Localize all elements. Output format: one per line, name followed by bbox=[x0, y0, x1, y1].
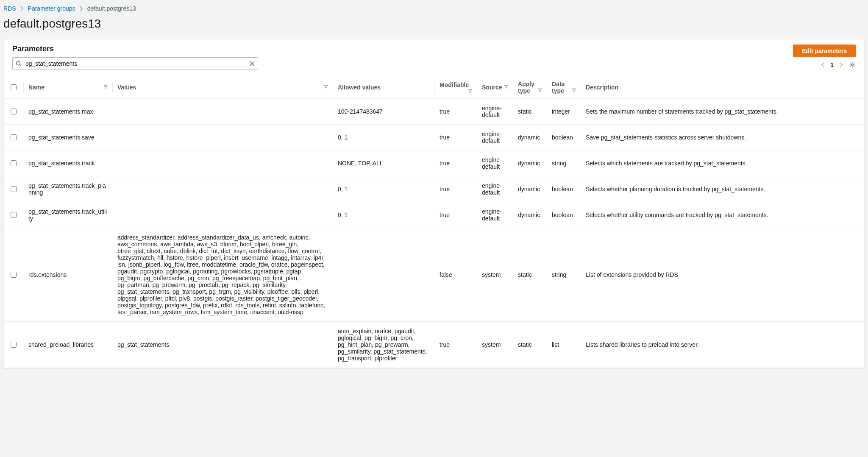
table-row: pg_stat_statements.track_utility0, 1true… bbox=[4, 202, 864, 228]
table-row: pg_stat_statements.max100-2147483647true… bbox=[4, 99, 864, 125]
search-input[interactable] bbox=[12, 57, 258, 70]
cell-apply-type: dynamic bbox=[513, 150, 547, 176]
cell-allowed: 100-2147483647 bbox=[333, 99, 434, 125]
column-header-modifiable[interactable]: Modifiable▽ bbox=[434, 76, 477, 99]
row-checkbox[interactable] bbox=[11, 186, 17, 192]
cell-modifiable: true bbox=[434, 125, 477, 150]
table-row: rds.extensionsaddress_standardizer, addr… bbox=[4, 228, 864, 322]
cell-source: engine-default bbox=[477, 176, 513, 202]
cell-apply-type: static bbox=[513, 322, 547, 368]
cell-data-type: integer bbox=[547, 99, 581, 125]
sort-icon: ▽ bbox=[324, 84, 328, 89]
cell-values bbox=[112, 125, 333, 150]
cell-name: rds.extensions bbox=[23, 228, 112, 322]
cell-allowed: auto_explain, orafce, pgaudit, pglogical… bbox=[333, 322, 434, 368]
page-next-icon bbox=[840, 62, 843, 67]
svg-point-0 bbox=[851, 64, 853, 66]
cell-data-type: string bbox=[547, 228, 581, 322]
page-title: default.postgres13 bbox=[3, 17, 865, 31]
cell-modifiable: true bbox=[434, 176, 477, 202]
select-all-checkbox[interactable] bbox=[11, 84, 17, 90]
column-header-source[interactable]: Source▽ bbox=[477, 76, 513, 99]
column-header-data-type[interactable]: Data type▽ bbox=[547, 76, 581, 99]
cell-values bbox=[112, 99, 333, 125]
cell-name: shared_preload_libraries bbox=[23, 322, 112, 368]
cell-values bbox=[112, 150, 333, 176]
parameters-table: Name▽ Values▽ Allowed values Modifiable▽… bbox=[4, 76, 864, 368]
cell-name: pg_stat_statements.track bbox=[23, 150, 112, 176]
gear-icon[interactable] bbox=[849, 61, 856, 68]
cell-allowed: 0, 1 bbox=[333, 202, 434, 228]
cell-allowed: NONE, TOP, ALL bbox=[333, 150, 434, 176]
cell-description: Sets the maximum number of statements tr… bbox=[581, 99, 864, 125]
cell-apply-type: dynamic bbox=[513, 202, 547, 228]
cell-modifiable: true bbox=[434, 202, 477, 228]
cell-allowed bbox=[333, 228, 434, 322]
row-checkbox[interactable] bbox=[11, 212, 17, 218]
cell-data-type: boolean bbox=[547, 176, 581, 202]
breadcrumb-current: default.postgres13 bbox=[87, 5, 136, 12]
column-header-apply-type[interactable]: Apply type▽ bbox=[513, 76, 547, 99]
cell-values: address_standardizer, address_standardiz… bbox=[112, 228, 333, 322]
sort-icon: ▽ bbox=[538, 87, 542, 93]
cell-values bbox=[112, 176, 333, 202]
cell-source: system bbox=[477, 228, 513, 322]
cell-name: pg_stat_statements.save bbox=[23, 125, 112, 150]
cell-description: Selects whether utility commands are tra… bbox=[581, 202, 864, 228]
parameters-panel: Parameters Edit parameters 1 bbox=[3, 39, 865, 368]
cell-description: Save pg_stat_statements statistics acros… bbox=[581, 125, 864, 150]
cell-description: List of extensions provided by RDS bbox=[581, 228, 864, 322]
table-row: pg_stat_statements.trackNONE, TOP, ALLtr… bbox=[4, 150, 864, 176]
column-header-values[interactable]: Values▽ bbox=[112, 76, 333, 99]
chevron-right-icon bbox=[20, 6, 24, 11]
table-row: shared_preload_librariespg_stat_statemen… bbox=[4, 322, 864, 368]
breadcrumb-root[interactable]: RDS bbox=[3, 5, 16, 12]
sort-icon: ▽ bbox=[572, 87, 576, 93]
cell-allowed: 0, 1 bbox=[333, 125, 434, 150]
cell-source: system bbox=[477, 322, 513, 368]
cell-values: pg_stat_statements bbox=[112, 322, 333, 368]
cell-description: Selects which statements are tracked by … bbox=[581, 150, 864, 176]
cell-modifiable: true bbox=[434, 150, 477, 176]
sort-icon: ▽ bbox=[504, 84, 508, 89]
column-header-name[interactable]: Name▽ bbox=[23, 76, 112, 99]
row-checkbox[interactable] bbox=[11, 342, 17, 348]
sort-icon: ▽ bbox=[104, 84, 107, 89]
cell-apply-type: dynamic bbox=[513, 125, 547, 150]
breadcrumb-parent[interactable]: Parameter groups bbox=[28, 5, 75, 12]
cell-description: Selects whether planning duration is tra… bbox=[581, 176, 864, 202]
chevron-right-icon bbox=[80, 6, 83, 11]
row-checkbox[interactable] bbox=[11, 109, 17, 114]
cell-data-type: boolean bbox=[547, 125, 581, 150]
row-checkbox[interactable] bbox=[11, 134, 17, 140]
cell-allowed: 0, 1 bbox=[333, 176, 434, 202]
cell-data-type: boolean bbox=[547, 202, 581, 228]
cell-data-type: list bbox=[547, 322, 581, 368]
cell-name: pg_stat_statements.max bbox=[23, 99, 112, 125]
column-header-description: Description bbox=[581, 76, 864, 99]
row-checkbox[interactable] bbox=[11, 272, 17, 278]
page-number: 1 bbox=[830, 61, 834, 68]
cell-name: pg_stat_statements.track_planning bbox=[23, 176, 112, 202]
cell-source: engine-default bbox=[477, 150, 513, 176]
cell-values bbox=[112, 202, 333, 228]
cell-name: pg_stat_statements.track_utility bbox=[23, 202, 112, 228]
column-header-allowed: Allowed values bbox=[333, 76, 434, 99]
cell-apply-type: static bbox=[513, 228, 547, 322]
cell-description: Lists shared libraries to preload into s… bbox=[581, 322, 864, 368]
search-box bbox=[12, 57, 258, 70]
row-checkbox[interactable] bbox=[11, 160, 17, 166]
cell-source: engine-default bbox=[477, 202, 513, 228]
cell-modifiable: true bbox=[434, 322, 477, 368]
clear-icon[interactable] bbox=[250, 61, 255, 66]
page-prev-icon bbox=[821, 62, 824, 67]
sort-icon: ▽ bbox=[468, 88, 472, 94]
cell-data-type: string bbox=[547, 150, 581, 176]
cell-source: engine-default bbox=[477, 99, 513, 125]
cell-apply-type: static bbox=[513, 99, 547, 125]
cell-modifiable: true bbox=[434, 99, 477, 125]
cell-apply-type: dynamic bbox=[513, 176, 547, 202]
edit-parameters-button[interactable]: Edit parameters bbox=[793, 45, 856, 57]
cell-modifiable: false bbox=[434, 228, 477, 322]
panel-title: Parameters bbox=[12, 45, 54, 53]
